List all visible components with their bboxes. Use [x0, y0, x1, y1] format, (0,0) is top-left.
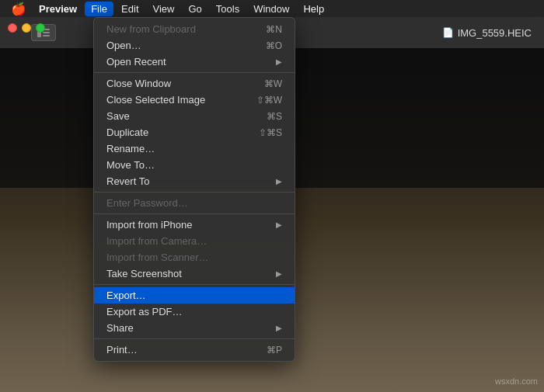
- menu-item-enter-password[interactable]: Enter Password…: [94, 195, 295, 211]
- menu-item-close-selected[interactable]: Close Selected Image ⇧⌘W: [94, 92, 295, 108]
- separator-1: [94, 72, 295, 73]
- menubar-window[interactable]: Window: [247, 2, 295, 16]
- separator-4: [94, 284, 295, 285]
- menu-item-new-clipboard[interactable]: New from Clipboard ⌘N: [94, 21, 295, 37]
- file-icon: 📄: [442, 27, 454, 38]
- menu-item-rename[interactable]: Rename…: [94, 140, 295, 157]
- menu-item-share[interactable]: Share ▶: [94, 320, 295, 336]
- menu-item-import-iphone[interactable]: Import from iPhone ▶: [94, 217, 295, 233]
- submenu-arrow-share-icon: ▶: [276, 324, 282, 332]
- filename: IMG_5559.HEIC: [458, 27, 532, 39]
- menu-item-export-pdf[interactable]: Export as PDF…: [94, 304, 295, 320]
- menubar-preview[interactable]: Preview: [33, 2, 83, 16]
- submenu-arrow-revert-icon: ▶: [276, 177, 282, 186]
- menu-item-close-window[interactable]: Close Window ⌘W: [94, 75, 295, 92]
- submenu-arrow-icon: ▶: [276, 57, 282, 66]
- menu-item-import-scanner[interactable]: Import from Scanner…: [94, 249, 295, 265]
- separator-3: [94, 213, 295, 214]
- menubar-edit[interactable]: Edit: [115, 2, 145, 16]
- separator-2: [94, 192, 295, 193]
- menubar-help[interactable]: Help: [297, 2, 330, 16]
- apple-menu[interactable]: 🍎: [6, 0, 31, 18]
- file-title: 📄 IMG_5559.HEIC: [442, 27, 532, 39]
- menubar-view[interactable]: View: [147, 2, 181, 16]
- submenu-arrow-iphone-icon: ▶: [276, 220, 282, 229]
- menu-item-shortcut: ⌘N: [266, 24, 282, 35]
- menu-item-duplicate[interactable]: Duplicate ⇧⌘S: [94, 124, 295, 140]
- file-menu-dropdown: New from Clipboard ⌘N Open… ⌘O Open Rece…: [93, 17, 295, 362]
- menu-item-move-to[interactable]: Move To…: [94, 157, 295, 173]
- separator-5: [94, 338, 295, 339]
- close-button[interactable]: [8, 23, 17, 33]
- menu-item-label: New from Clipboard: [106, 23, 196, 35]
- toolbar: [0, 17, 93, 48]
- menu-item-open[interactable]: Open… ⌘O: [94, 37, 295, 54]
- menu-item-open-recent[interactable]: Open Recent ▶: [94, 54, 295, 70]
- menubar-go[interactable]: Go: [182, 2, 207, 16]
- menubar-file[interactable]: File: [85, 2, 113, 16]
- svg-rect-3: [43, 35, 50, 36]
- window-controls: [8, 23, 45, 33]
- menu-item-save[interactable]: Save ⌘S: [94, 108, 295, 124]
- menu-item-revert-to[interactable]: Revert To ▶: [94, 173, 295, 189]
- submenu-arrow-screenshot-icon: ▶: [276, 269, 282, 278]
- menu-item-export[interactable]: Export…: [94, 287, 295, 304]
- maximize-button[interactable]: [36, 23, 45, 33]
- minimize-button[interactable]: [22, 23, 31, 33]
- menu-item-take-screenshot[interactable]: Take Screenshot ▶: [94, 265, 295, 282]
- menubar: 🍎 Preview File Edit View Go Tools Window…: [0, 0, 544, 17]
- watermark: wsxdn.com: [495, 376, 538, 386]
- menu-item-print[interactable]: Print… ⌘P: [94, 342, 295, 358]
- menubar-tools[interactable]: Tools: [210, 2, 246, 16]
- menu-item-import-camera[interactable]: Import from Camera…: [94, 233, 295, 249]
